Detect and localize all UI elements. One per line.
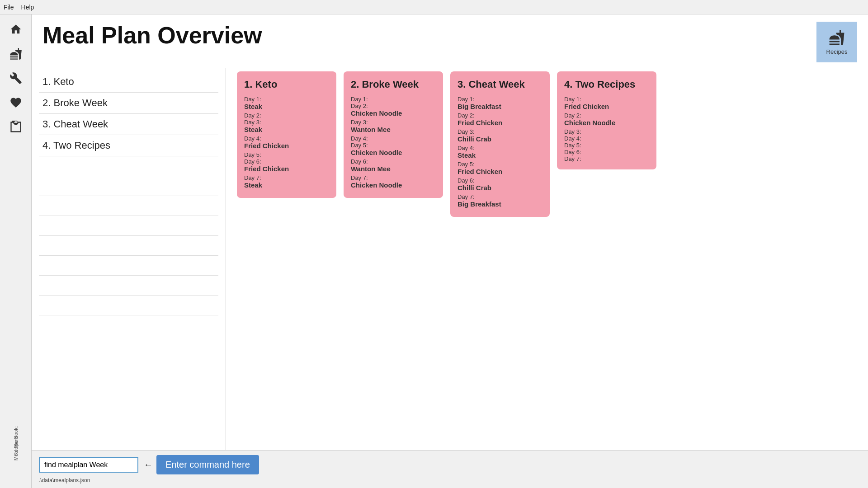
app-container: Recipe Book: Meal Plans Meal Plan Overvi…: [0, 14, 868, 488]
card-1-day-4-label: Day 5:: [351, 142, 436, 149]
list-item-two-recipes[interactable]: 4. Two Recipes: [39, 135, 218, 156]
recipes-button[interactable]: Recipes: [816, 22, 857, 62]
card-0-day-5-label: Day 6:: [244, 158, 329, 165]
card-0-day-0-label: Day 1:: [244, 96, 329, 103]
home-icon[interactable]: [5, 18, 27, 41]
sidebar-labels: Recipe Book: Meal Plans: [0, 437, 32, 452]
card-1-day-6-meal: Chicken Noodle: [351, 181, 436, 189]
card-2-day-0-label: Day 1:: [458, 96, 542, 103]
cards-panel: 1. KetoDay 1:SteakDay 2:Day 3:SteakDay 4…: [226, 68, 868, 450]
command-input[interactable]: [39, 457, 138, 473]
list-empty-row: [39, 176, 218, 196]
card-1-day-6-label: Day 7:: [351, 174, 436, 181]
card-3-day-5-label: Day 6:: [564, 149, 649, 155]
menu-file[interactable]: File: [4, 4, 14, 11]
card-0-day-4-label: Day 5:: [244, 151, 329, 158]
card-2-day-4-label: Day 5:: [458, 161, 542, 168]
content-area: Meal Plan Overview Recipes 1. Keto 2. Br…: [32, 14, 868, 488]
card-0-day-5-meal: Fried Chicken: [244, 165, 329, 173]
card-3-day-0-meal: Fried Chicken: [564, 103, 649, 110]
card-2-day-2-meal: Chilli Crab: [458, 135, 542, 143]
list-item-broke-week[interactable]: 2. Broke Week: [39, 93, 218, 114]
card-0-day-3-meal: Fried Chicken: [244, 142, 329, 150]
card-3-day-2-label: Day 3:: [564, 128, 649, 135]
card-0-day-1-label: Day 2:: [244, 112, 329, 119]
card-0-day-2-meal: Steak: [244, 126, 329, 133]
card-2-day-3-meal: Steak: [458, 151, 542, 159]
card-title-3: 4. Two Recipes: [564, 79, 649, 90]
arrow-area: ← Enter command here: [144, 455, 259, 474]
list-empty-row: [39, 276, 218, 296]
card-3-day-0-label: Day 1:: [564, 96, 649, 103]
card-1-day-1-label: Day 2:: [351, 103, 436, 109]
card-title-2: 3. Cheat Week: [458, 79, 542, 90]
card-1-day-3-label: Day 4:: [351, 135, 436, 142]
health-icon[interactable]: [5, 91, 27, 114]
card-0-day-6-meal: Steak: [244, 181, 329, 189]
card-1-day-4-meal: Chicken Noodle: [351, 149, 436, 156]
card-2-day-6-label: Day 7:: [458, 193, 542, 200]
list-empty-row: [39, 256, 218, 276]
card-2-day-0-meal: Big Breakfast: [458, 103, 542, 110]
meal-card-0: 1. KetoDay 1:SteakDay 2:Day 3:SteakDay 4…: [237, 71, 336, 198]
command-hint: Enter command here: [156, 455, 259, 474]
list-empty-row: [39, 296, 218, 315]
card-3-day-6-label: Day 7:: [564, 155, 649, 162]
status-bar: .\data\mealplans.json: [39, 477, 861, 483]
card-0-day-0-meal: Steak: [244, 103, 329, 110]
list-empty-row: [39, 216, 218, 236]
recipes-button-label: Recipes: [826, 48, 848, 55]
card-3-day-1-meal: Chicken Noodle: [564, 119, 649, 127]
card-2-day-1-meal: Fried Chicken: [458, 119, 542, 127]
meal-card-2: 3. Cheat WeekDay 1:Big BreakfastDay 2:Fr…: [450, 71, 550, 217]
card-1-day-1-meal: Chicken Noodle: [351, 109, 436, 117]
book-icon[interactable]: [5, 116, 27, 138]
list-panel: 1. Keto 2. Broke Week 3. Cheat Week 4. T…: [32, 68, 226, 450]
list-item-cheat-week[interactable]: 3. Cheat Week: [39, 114, 218, 135]
sidebar-label-mealplans: Meal Plans: [13, 436, 19, 460]
card-1-day-5-label: Day 6:: [351, 158, 436, 165]
meal-card-3: 4. Two RecipesDay 1:Fried ChickenDay 2:C…: [557, 71, 656, 169]
card-2-day-4-meal: Fried Chicken: [458, 168, 542, 175]
card-3-day-3-label: Day 4:: [564, 135, 649, 142]
card-2-day-5-meal: Chilli Crab: [458, 184, 542, 192]
sidebar: Recipe Book: Meal Plans: [0, 14, 32, 488]
card-0-day-3-label: Day 4:: [244, 135, 329, 142]
bottom-area: ← Enter command here .\data\mealplans.js…: [32, 450, 868, 488]
card-2-day-5-label: Day 6:: [458, 177, 542, 184]
command-row: ← Enter command here: [39, 455, 861, 474]
meal-card-1: 2. Broke WeekDay 1:Day 2:Chicken NoodleD…: [344, 71, 443, 198]
card-1-day-2-label: Day 3:: [351, 119, 436, 126]
card-0-day-2-label: Day 3:: [244, 119, 329, 126]
card-title-1: 2. Broke Week: [351, 79, 436, 90]
card-title-0: 1. Keto: [244, 79, 329, 90]
list-empty-row: [39, 196, 218, 216]
list-empty-row: [39, 156, 218, 176]
card-1-day-5-meal: Wanton Mee: [351, 165, 436, 173]
chef-hat-icon: [829, 29, 845, 46]
card-1-day-2-meal: Wanton Mee: [351, 126, 436, 133]
list-empty-row: [39, 236, 218, 256]
card-0-day-6-label: Day 7:: [244, 174, 329, 181]
main-content: 1. Keto 2. Broke Week 3. Cheat Week 4. T…: [32, 62, 868, 450]
menu-help[interactable]: Help: [21, 4, 34, 11]
card-3-day-4-label: Day 5:: [564, 142, 649, 149]
card-2-day-6-meal: Big Breakfast: [458, 200, 542, 208]
top-bar: Meal Plan Overview Recipes: [32, 14, 868, 62]
card-3-day-1-label: Day 2:: [564, 112, 649, 119]
card-2-day-2-label: Day 3:: [458, 128, 542, 135]
page-title: Meal Plan Overview: [42, 22, 262, 49]
menu-bar: File Help: [0, 0, 868, 14]
chef-icon[interactable]: [5, 42, 27, 65]
tools-icon[interactable]: [5, 67, 27, 89]
card-1-day-0-label: Day 1:: [351, 96, 436, 103]
card-2-day-3-label: Day 4:: [458, 145, 542, 151]
card-2-day-1-label: Day 2:: [458, 112, 542, 119]
arrow-icon: ←: [144, 460, 153, 470]
list-item-keto[interactable]: 1. Keto: [39, 71, 218, 93]
